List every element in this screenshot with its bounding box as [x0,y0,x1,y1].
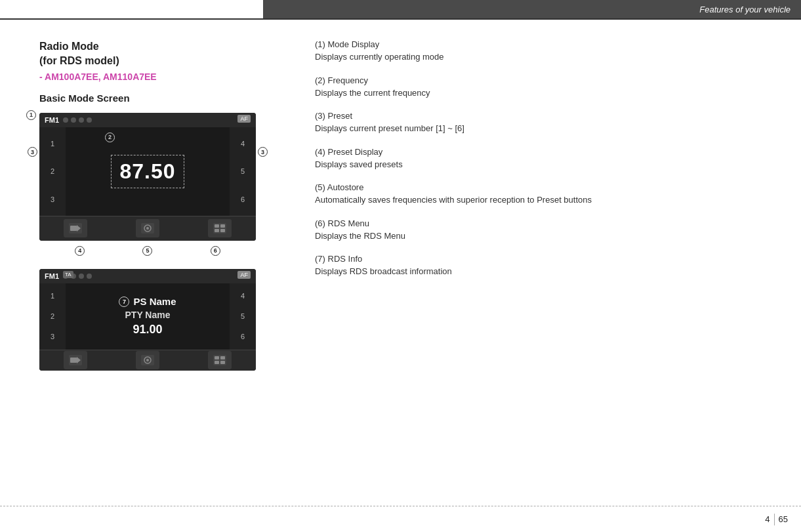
radio-btn-4 [64,351,87,369]
info-desc-3: Displays current preset number [1] ~ [6] [315,122,775,135]
svg-rect-14 [215,361,219,364]
info-item-3: (3) Preset Displays current preset numbe… [315,111,775,135]
preset-num-8: 2 [51,312,54,320]
info-desc-6: Displays the RDS Menu [315,230,775,243]
info-num-6: (6) RDS Menu [315,218,775,228]
info-desc-4: Displays saved presets [315,158,775,171]
preset-num-10: 4 [241,292,245,300]
svg-rect-8 [70,358,77,363]
info-desc-1: Displays currently operating mode [315,51,775,64]
page-left: 4 [765,514,770,524]
annotation-3-right: 3 [258,146,268,157]
fm-label-2: FM1 [45,272,59,280]
radio-center-2: 7 PS Name PTY Name 91.00 [66,283,230,350]
page-numbers: 4 65 [765,514,788,525]
radio-btn-icon-4 [69,355,82,365]
footer: 4 65 [0,506,801,532]
annotation-3-left: 3 [28,146,37,157]
icon-dot-4 [87,117,92,123]
info-num-2: (2) Frequency [315,75,775,85]
info-num-1: (1) Mode Display [315,39,775,49]
svg-rect-4 [215,224,219,228]
radio-body-1: 1 2 3 2 87.50 4 5 [39,127,256,216]
icon-dot-8 [87,274,92,279]
svg-point-3 [146,227,149,230]
svg-point-11 [146,359,149,361]
annotation-1: 1 [26,110,36,120]
radio-btn-icon-6 [213,355,226,365]
af-badge-2: AF [237,271,251,279]
preset-num-12: 6 [241,333,245,340]
svg-rect-7 [220,229,225,232]
radio-btn-5 [136,351,159,369]
page-divider [774,514,775,525]
radio-btn-icon-2 [141,223,154,234]
icon-dot-2 [71,117,76,123]
preset-num-1: 1 [51,140,54,148]
radio-statusbar-1: FM1 AF [39,113,256,127]
basic-mode-title: Basic Mode Screen [39,92,276,104]
icon-dot-3 [79,117,84,123]
preset-num-2: 2 [51,167,54,175]
radio-bottom-1 [39,216,256,241]
annotation-4: 4 [75,246,85,256]
annotation-2: 2 [105,133,115,142]
info-item-4: (4) Preset Display Displays saved preset… [315,147,775,171]
radio-btn-2 [136,219,159,237]
preset-num-9: 3 [51,333,54,340]
radio-display-2-wrapper: FM1 TA AF 1 2 3 [39,269,256,371]
info-desc-5: Automatically saves frequencies with sup… [315,194,775,207]
radio-btn-icon-5 [141,355,154,365]
preset-num-5: 5 [241,167,245,175]
svg-rect-12 [215,356,219,359]
page-right: 65 [779,514,788,524]
section-title: Radio Mode (for RDS model) [39,39,276,69]
preset-left-1: 1 2 3 [39,127,66,216]
info-num-3: (3) Preset [315,111,775,121]
radio-display-1: FM1 AF 1 2 3 [39,113,256,241]
radio-btn-6 [208,351,232,369]
pty-name: PTY Name [125,310,171,320]
ps-name: 7 PS Name [119,296,176,307]
svg-marker-1 [77,225,81,232]
fm-label-1: FM1 [45,116,59,124]
header-title: Features of your vehicle [699,5,791,14]
right-column: (1) Mode Display Displays currently oper… [289,26,801,506]
svg-rect-13 [220,356,225,359]
radio-btn-1 [64,219,87,237]
radio-btn-3 [208,219,232,237]
radio-statusbar-2: FM1 TA AF [39,269,256,283]
preset-left-2: 1 2 3 [39,283,66,350]
info-desc-2: Displays the current frequency [315,87,775,100]
info-item-2: (2) Frequency Displays the current frequ… [315,75,775,100]
info-num-4: (4) Preset Display [315,147,775,157]
freq-small: 91.00 [133,323,162,337]
radio-btn-icon-1 [69,223,82,234]
main-content: Radio Mode (for RDS model) - AM100A7EE, … [0,26,801,506]
radio-center-1: 2 87.50 [66,127,230,216]
radio-body-2: 1 2 3 7 PS Name PTY Name 91.00 [39,283,256,350]
spacer [39,260,276,269]
preset-num-4: 4 [241,140,245,148]
svg-rect-5 [220,224,225,228]
icon-dot-7 [79,274,84,279]
annotation-6: 6 [211,246,220,256]
info-desc-7: Displays RDS broadcast information [315,265,775,278]
svg-rect-15 [220,361,225,364]
svg-rect-6 [215,229,219,232]
bottom-annotations: 4 5 6 [39,246,256,256]
info-item-5: (5) Autostore Automatically saves freque… [315,182,775,207]
top-divider [0,18,801,20]
annotation-5: 5 [142,246,152,256]
preset-num-6: 6 [241,195,245,203]
radio-icons-1 [63,117,92,123]
preset-right-2: 4 5 6 [230,283,256,350]
icon-dot-1 [63,117,68,123]
radio-btn-icon-3 [213,223,226,234]
header-bar: Features of your vehicle [263,0,801,18]
info-num-5: (5) Autostore [315,182,775,192]
preset-num-11: 5 [241,312,245,320]
preset-right-1: 4 5 6 [230,127,256,216]
preset-num-3: 3 [51,195,54,203]
preset-num-7: 1 [51,292,54,300]
